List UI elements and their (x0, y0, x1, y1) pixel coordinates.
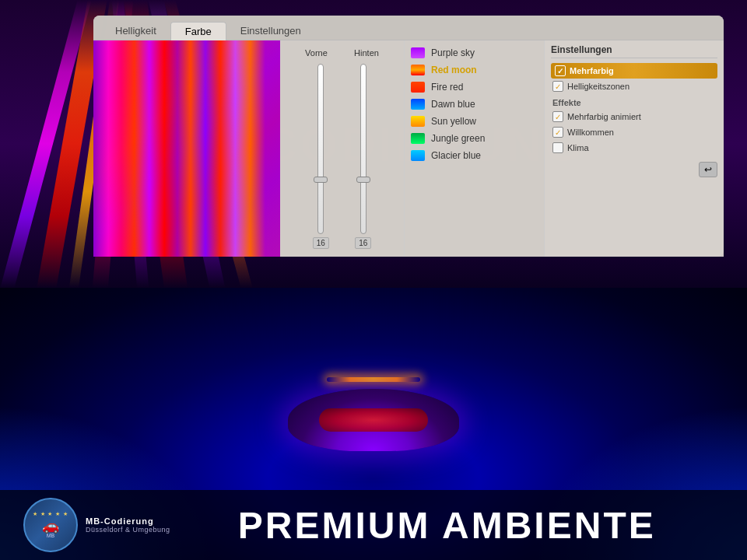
color-item-sun-yellow[interactable]: Sun yellow (405, 113, 544, 130)
tab-helligkeit[interactable]: Helligkeit (101, 22, 170, 40)
fire-red-swatch (411, 82, 425, 93)
door-handle (257, 311, 490, 451)
fire-red-label: Fire red (431, 82, 463, 93)
hinten-value: 16 (355, 237, 371, 249)
dawn-blue-swatch (411, 99, 425, 110)
sliders-area: Vorne Hinten 16 16 (280, 40, 405, 257)
settings-title: Einstellungen (551, 44, 717, 58)
helligkeitszonen-label: Helligkeitszonen (567, 82, 630, 91)
logo-area: ★ ★ ★ ★ ★ 🚗 MB MB-Codierung Düsseldorf &… (23, 498, 170, 552)
tab-farbe[interactable]: Farbe (170, 22, 226, 40)
tab-einstellungen[interactable]: Einstellungen (226, 22, 315, 40)
back-button[interactable]: ↩ (699, 162, 717, 177)
willkommen-item[interactable]: Willkommen (551, 124, 717, 140)
logo-name-main: MB-Codierung (86, 516, 170, 526)
vorne-track[interactable] (317, 64, 324, 234)
bottom-overlay: ★ ★ ★ ★ ★ 🚗 MB MB-Codierung Düsseldorf &… (0, 490, 747, 560)
hinten-thumb[interactable] (356, 177, 370, 183)
willkommen-check (552, 127, 563, 138)
settings-panel: Einstellungen Mehrfarbig Helligkeitszone… (545, 40, 724, 257)
color-item-jungle-green[interactable]: Jungle green (405, 130, 544, 147)
color-list: Purple sky Red moon Fire red Dawn blue S… (405, 40, 545, 257)
hinten-label: Hinten (354, 48, 379, 58)
premium-text: PREMIUM AMBIENTE (170, 504, 724, 547)
sun-yellow-label: Sun yellow (431, 116, 476, 127)
mehrfarbig-animiert-item[interactable]: Mehrfarbig animiert (551, 109, 717, 124)
glacier-blue-label: Glacier blue (431, 150, 481, 161)
mehrfarbig-label: Mehrfarbig (570, 66, 614, 75)
color-item-fire-red[interactable]: Fire red (405, 79, 544, 96)
vorne-thumb[interactable] (314, 177, 328, 183)
logo-circle: ★ ★ ★ ★ ★ 🚗 MB (23, 498, 78, 552)
glacier-blue-swatch (411, 150, 425, 161)
logo-name-area: MB-Codierung Düsseldorf & Umgebung (86, 516, 170, 534)
color-item-red-moon[interactable]: Red moon (405, 61, 544, 79)
red-moon-swatch (411, 65, 425, 75)
sliders-container: 16 16 (292, 64, 392, 249)
car-icon: 🚗 (42, 519, 59, 533)
klima-label: Klima (567, 143, 589, 152)
vorne-value: 16 (313, 237, 329, 249)
effekte-title: Effekte (552, 98, 716, 107)
purple-sky-swatch (411, 47, 425, 58)
bottom-section: ★ ★ ★ ★ ★ 🚗 MB MB-Codierung Düsseldorf &… (0, 288, 747, 560)
ui-panel: Helligkeit Farbe Einstellungen Vorne Hin… (93, 16, 724, 257)
klima-item[interactable]: Klima (551, 140, 717, 156)
mehrfarbig-item[interactable]: Mehrfarbig (551, 63, 717, 79)
color-item-purple-sky[interactable]: Purple sky (405, 44, 544, 61)
klima-check (552, 142, 563, 153)
color-item-glacier-blue[interactable]: Glacier blue (405, 147, 544, 164)
mehrfarbig-animiert-label: Mehrfarbig animiert (567, 112, 641, 121)
mehrfarbig-animiert-check (552, 111, 563, 122)
vorne-label: Vorne (305, 48, 328, 58)
orange-accent-strip (327, 377, 420, 382)
mehrfarbig-check (555, 65, 566, 76)
color-item-dawn-blue[interactable]: Dawn blue (405, 96, 544, 113)
panel-body: Vorne Hinten 16 16 (93, 40, 724, 257)
red-accent (319, 408, 428, 432)
jungle-green-swatch (411, 133, 425, 144)
helligkeitszonen-item[interactable]: Helligkeitszonen (551, 79, 717, 94)
hinten-slider[interactable]: 16 (348, 64, 379, 249)
top-section: MB-CODIERUNG Helligkeit Farbe Einstellun… (0, 0, 747, 288)
dawn-blue-label: Dawn blue (431, 99, 475, 110)
sun-yellow-swatch (411, 116, 425, 127)
purple-sky-label: Purple sky (431, 47, 475, 58)
handle-recess (288, 389, 459, 451)
logo-stars: ★ ★ ★ ★ ★ (33, 511, 69, 517)
hinten-track[interactable] (360, 64, 366, 234)
color-preview (93, 40, 280, 257)
vorne-slider[interactable]: 16 (305, 64, 336, 249)
willkommen-label: Willkommen (567, 128, 614, 137)
logo-name-sub: Düsseldorf & Umgebung (86, 526, 170, 534)
slider-labels: Vorne Hinten (292, 48, 392, 58)
logo-text-small: MB (47, 533, 55, 539)
red-moon-label: Red moon (431, 65, 477, 75)
jungle-green-label: Jungle green (431, 133, 485, 144)
helligkeitszonen-check (552, 81, 563, 92)
tab-bar: Helligkeit Farbe Einstellungen (93, 16, 724, 40)
